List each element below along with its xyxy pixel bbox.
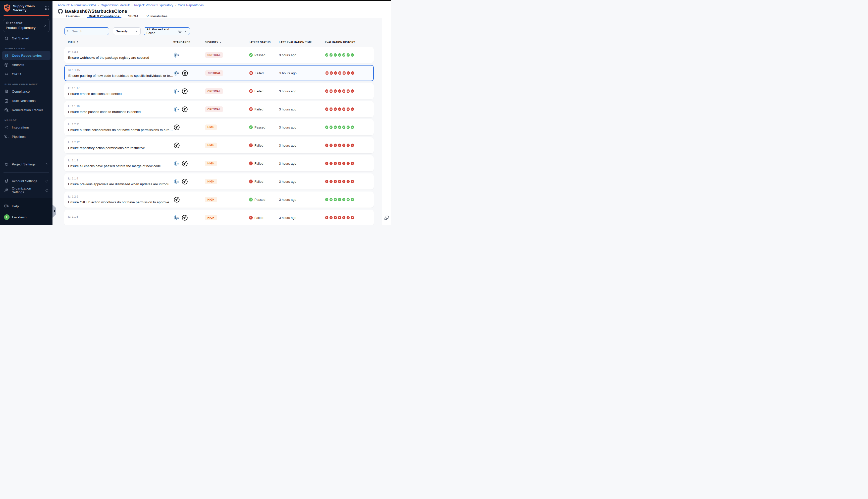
status-label: Failed bbox=[255, 71, 264, 75]
table-row[interactable]: Id: 1.1.5 CIS HIGH Failed 3 hours ago bbox=[64, 210, 374, 224]
sidebar-item-help[interactable]: ? Help bbox=[2, 202, 50, 210]
breadcrumb-link-project-product-exploratory[interactable]: Project: Product Exploratory bbox=[134, 3, 173, 7]
last-evaluation-time: 3 hours ago bbox=[279, 144, 325, 147]
history-fail-icon bbox=[342, 89, 346, 93]
project-selector[interactable]: PROJECT Product Exploratory bbox=[3, 19, 49, 32]
sidebar-item-label: Remediation Tracker bbox=[12, 108, 43, 112]
page-header: Account: Automation-SSCA›Organization: d… bbox=[52, 1, 382, 14]
divider bbox=[3, 172, 49, 173]
column-header-severity[interactable]: SEVERITY bbox=[205, 40, 249, 44]
tab-overview[interactable]: Overview bbox=[65, 14, 81, 18]
section-label-supply-chain: SUPPLY CHAIN bbox=[4, 47, 52, 50]
status-cell: Failed bbox=[249, 71, 279, 75]
sidebar-item-get-started[interactable]: Get Started bbox=[2, 34, 50, 43]
sidebar-footer: ? Help L Lavakush bbox=[0, 198, 52, 224]
help-label: Help bbox=[12, 204, 19, 208]
sidebar-item-project-settings[interactable]: Project Settings bbox=[2, 160, 50, 169]
table-row[interactable]: Id: 1.2.21 Ensure outside collaborators … bbox=[64, 119, 374, 135]
status-passed-icon bbox=[249, 53, 253, 57]
history-fail-icon bbox=[346, 107, 350, 111]
sidebar-item-code-repositories[interactable]: </>Code Repositories bbox=[2, 51, 50, 60]
history-fail-icon bbox=[351, 216, 354, 220]
info-icon[interactable] bbox=[45, 189, 48, 192]
history-pass-icon bbox=[338, 53, 341, 57]
svg-text:</>: </> bbox=[5, 55, 8, 56]
sidebar-item-artifacts[interactable]: Artifacts bbox=[2, 60, 50, 69]
rule-id: Id: 1.1.16 bbox=[68, 105, 173, 108]
rule-id: Id: 1.1.5 bbox=[68, 215, 173, 218]
cis-standard-icon: CIS bbox=[173, 179, 180, 185]
history-fail-icon bbox=[342, 216, 346, 220]
svg-text:CIS: CIS bbox=[175, 162, 179, 165]
standards-cell: CIS bbox=[173, 52, 205, 58]
tab-vulnerabilities[interactable]: Vulnerabilities bbox=[146, 14, 168, 18]
table-row[interactable]: Id: 1.1.16 Ensure force pushes code to b… bbox=[64, 101, 374, 117]
rule-cell: Id: 1.2.17 Ensure repository action perm… bbox=[68, 141, 173, 150]
history-fail-icon bbox=[329, 71, 333, 75]
owasp-standard-icon bbox=[182, 106, 188, 112]
user-name: Lavakush bbox=[12, 215, 27, 219]
sidebar-item-rule-definitions[interactable]: Rule Definitions bbox=[2, 96, 50, 105]
app-switcher-grid-icon[interactable] bbox=[45, 6, 49, 10]
tab-sbom[interactable]: SBOM bbox=[128, 14, 138, 18]
info-icon[interactable] bbox=[45, 180, 48, 183]
sidebar-item-pipelines[interactable]: Pipelines bbox=[2, 132, 50, 141]
breadcrumb-link-organization-default[interactable]: Organization: default bbox=[101, 3, 130, 7]
sidebar-item-integrations[interactable]: Integrations bbox=[2, 123, 50, 132]
sidebar-item-ci-cd[interactable]: CI/CD bbox=[2, 70, 50, 78]
column-header-rule[interactable]: RULE bbox=[68, 40, 173, 44]
clear-filter-icon[interactable] bbox=[178, 29, 182, 33]
chevron-down-icon bbox=[184, 29, 187, 33]
table-row[interactable]: Id: 1.1.4 Ensure previous approvals are … bbox=[64, 173, 374, 190]
table-row[interactable]: Id: 4.3.4 Ensure webhooks of the package… bbox=[64, 47, 374, 63]
sidebar-item-compliance[interactable]: Compliance bbox=[2, 87, 50, 96]
table-row[interactable]: Id: 1.1.9 Ensure all checks have passed … bbox=[64, 155, 374, 171]
table-row[interactable]: Id: 1.1.15 Ensure pushing of new code is… bbox=[64, 65, 374, 81]
column-label: LATEST STATUS bbox=[249, 41, 270, 44]
table-row[interactable]: Id: 1.1.17 Ensure branch deletions are d… bbox=[64, 83, 374, 99]
table-row[interactable]: Id: 1.2.17 Ensure repository action perm… bbox=[64, 137, 374, 153]
search-icon bbox=[67, 29, 70, 33]
support-chat-icon[interactable] bbox=[384, 215, 389, 221]
history-fail-icon bbox=[342, 161, 346, 166]
gear-icon bbox=[4, 162, 9, 167]
history-fail-icon bbox=[329, 161, 333, 166]
standards-cell bbox=[173, 196, 205, 203]
severity-cell: HIGH bbox=[205, 179, 249, 184]
last-evaluation-time: 3 hours ago bbox=[279, 71, 325, 75]
column-header-standards: STANDARDS bbox=[173, 41, 205, 44]
rule-text: Ensure all checks have passed before the… bbox=[68, 164, 173, 168]
breadcrumb-link-account-automation-ssca[interactable]: Account: Automation-SSCA bbox=[58, 3, 96, 7]
user-menu[interactable]: L Lavakush bbox=[2, 212, 50, 222]
status-cell: Passed bbox=[249, 125, 279, 130]
last-evaluation-time: 3 hours ago bbox=[279, 198, 325, 202]
last-evaluation-time: 3 hours ago bbox=[279, 216, 325, 220]
column-header-evaluation-history: EVALUATION HISTORY bbox=[325, 41, 370, 44]
rule-id: Id: 1.1.17 bbox=[68, 87, 173, 89]
breadcrumb-link-code-repositories[interactable]: Code Repositories bbox=[178, 3, 204, 7]
sidebar-item-remediation-tracker[interactable]: Remediation Tracker bbox=[2, 106, 50, 114]
status-cell: Failed bbox=[249, 143, 279, 148]
column-label: LAST EVALUATION TIME bbox=[279, 41, 312, 44]
rule-text: Ensure branch deletions are denied bbox=[68, 92, 173, 96]
project-cube-icon bbox=[6, 21, 9, 25]
history-pass-icon bbox=[342, 53, 346, 57]
rule-cell: Id: 1.1.4 Ensure previous approvals are … bbox=[68, 177, 173, 186]
severity-cell: HIGH bbox=[205, 197, 249, 202]
history-pass-icon bbox=[351, 197, 354, 202]
rule-text: Ensure GitHub action workflows do not ha… bbox=[68, 200, 173, 204]
history-fail-icon bbox=[351, 161, 354, 166]
search-input[interactable] bbox=[72, 29, 107, 33]
sort-both-icon[interactable] bbox=[76, 40, 80, 44]
sort-down-icon[interactable] bbox=[219, 40, 222, 44]
status-filter-dropdown[interactable]: All: Passed and Failed bbox=[144, 27, 190, 35]
chevron-right-icon bbox=[44, 24, 47, 27]
table-row[interactable]: Id: 1.2.9 Ensure GitHub action workflows… bbox=[64, 192, 374, 208]
severity-filter-dropdown[interactable]: Severity bbox=[113, 27, 141, 35]
tab-risk-compliance[interactable]: Risk & Compliance bbox=[88, 14, 120, 18]
last-evaluation-time: 3 hours ago bbox=[279, 180, 325, 183]
status-failed-icon bbox=[249, 71, 253, 75]
sidebar-item-organization-settings[interactable]: Organization Settings bbox=[2, 186, 50, 195]
sidebar-item-account-settings[interactable]: Account Settings bbox=[2, 177, 50, 185]
owasp-standard-icon bbox=[173, 124, 180, 131]
